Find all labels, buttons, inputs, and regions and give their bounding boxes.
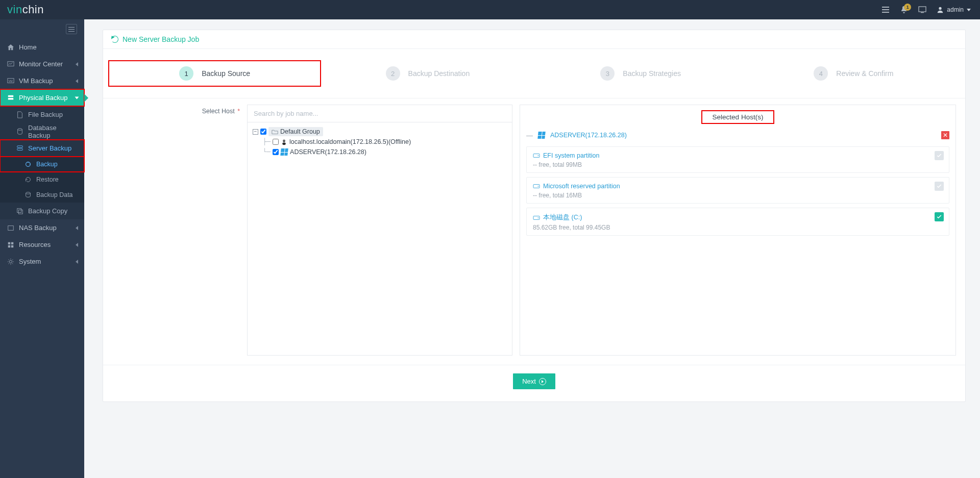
host-checkbox[interactable] (273, 149, 279, 155)
partition-checkbox[interactable] (935, 182, 944, 191)
chevron-icon (76, 226, 78, 230)
server-icon (7, 94, 14, 102)
user-menu[interactable]: admin (937, 6, 971, 13)
panel-header: New Server Backup Job (103, 30, 965, 49)
sidebar-item-backup-data[interactable]: Backup Data (0, 187, 84, 203)
sidebar-item-home[interactable]: Home (0, 39, 84, 56)
selected-hosts-title: Selected Host(s) (701, 110, 775, 124)
step-3[interactable]: 3 Backup Strategies (534, 60, 747, 87)
sidebar-label: Backup (36, 161, 78, 168)
step-1[interactable]: 1 Backup Source (108, 60, 321, 87)
screen-icon[interactable] (918, 6, 926, 14)
svg-rect-17 (18, 210, 22, 214)
sidebar-label: Resources (19, 241, 71, 248)
partition-checkbox[interactable] (935, 212, 944, 221)
windows-icon (280, 148, 288, 156)
svg-rect-1 (882, 9, 889, 10)
selected-host-name: ADSERVER(172.18.26.28) (550, 132, 936, 139)
svg-point-5 (939, 7, 942, 10)
vm-icon: VM (7, 78, 14, 85)
home-icon (7, 44, 14, 51)
sidebar-label: NAS Backup (19, 224, 71, 232)
host-tree: − Default Group ├─ localhost.localdoma (248, 122, 512, 162)
db-icon (16, 128, 23, 135)
svg-point-11 (18, 128, 22, 130)
step-num: 2 (386, 66, 400, 81)
partition-card[interactable]: Microsoft reserved partition -- free, to… (526, 177, 949, 204)
host-checkbox[interactable] (273, 139, 279, 145)
list-icon[interactable] (881, 6, 890, 14)
sidebar-item-resources[interactable]: Resources (0, 236, 84, 253)
collapse-indicator[interactable]: — (526, 132, 533, 139)
step-4[interactable]: 4 Review & Confirm (747, 60, 960, 87)
sidebar-label: File Backup (28, 111, 78, 118)
svg-rect-6 (8, 61, 14, 66)
svg-rect-3 (919, 7, 926, 12)
partition-checkbox[interactable] (935, 151, 944, 160)
search-input[interactable] (248, 105, 512, 122)
svg-text:VM: VM (9, 79, 13, 82)
next-button[interactable]: Next (513, 373, 555, 389)
partition-card[interactable]: 本地磁盘 (C:) 85.62GB free, total 99.45GB (526, 208, 949, 236)
sidebar-item-backup-copy[interactable]: Backup Copy (0, 203, 84, 219)
group-name: Default Group (280, 127, 320, 136)
svg-rect-0 (882, 7, 889, 8)
svg-rect-21 (8, 245, 10, 247)
partition-card[interactable]: EFI system partition -- free, total 99MB (526, 146, 949, 173)
sidebar-item-backup[interactable]: Backup (0, 157, 84, 172)
step-title: Review & Confirm (836, 69, 893, 78)
sidebar-label: Database Backup (28, 124, 78, 139)
tree-collapse-icon[interactable]: − (253, 129, 258, 135)
sidebar-item-nas-backup[interactable]: NAS Backup (0, 219, 84, 236)
step-2[interactable]: 2 Backup Destination (321, 60, 534, 87)
step-num: 1 (179, 66, 193, 81)
sidebar-toggle[interactable] (0, 19, 84, 39)
svg-point-15 (26, 192, 31, 194)
sidebar-label: Backup Copy (28, 207, 78, 215)
group-chip: Default Group (268, 127, 323, 136)
step-title: Backup Source (202, 69, 250, 78)
topbar: vinchin 1 admin (0, 0, 980, 19)
sidebar-item-vm-backup[interactable]: VM VM Backup (0, 72, 84, 89)
monitor-icon (7, 61, 14, 68)
tree-host-row[interactable]: ├─ localhost.localdomain(172.18.26.5)(Of… (253, 137, 507, 147)
svg-rect-22 (11, 245, 13, 247)
group-checkbox[interactable] (260, 129, 266, 135)
tree-host-row[interactable]: └─ ADSERVER(172.18.26.28) (253, 147, 507, 157)
physical-subnav: File Backup Database Backup Server Backu… (0, 106, 84, 219)
user-icon (937, 6, 944, 13)
sidebar-item-physical-backup[interactable]: Physical Backup (0, 89, 84, 106)
svg-rect-20 (11, 242, 13, 244)
brand-logo: vinchin (7, 3, 44, 16)
sidebar-item-database-backup[interactable]: Database Backup (0, 123, 84, 140)
chevron-icon (76, 62, 78, 66)
partition-detail: -- free, total 16MB (533, 192, 943, 199)
svg-rect-2 (882, 12, 889, 13)
partition-detail: -- free, total 99MB (533, 161, 943, 168)
sidebar-item-restore[interactable]: Restore (0, 172, 84, 187)
svg-point-31 (538, 186, 539, 187)
bell-icon[interactable]: 1 (900, 6, 908, 14)
remove-host-button[interactable]: ✕ (941, 131, 949, 139)
sidebar-item-system[interactable]: System (0, 253, 84, 270)
sidebar-label: Backup Data (36, 191, 78, 198)
brand-part1: vin (7, 3, 22, 16)
wizard-steps: 1 Backup Source 2 Backup Destination 3 B… (103, 49, 965, 98)
partition-name: Microsoft reserved partition (543, 183, 620, 190)
sidebar-item-server-backup[interactable]: Server Backup (0, 140, 84, 157)
sidebar-label: Home (19, 43, 78, 51)
sidebar-item-file-backup[interactable]: File Backup (0, 106, 84, 123)
sidebar-item-monitor[interactable]: Monitor Center (0, 56, 84, 72)
svg-point-27 (284, 140, 285, 141)
refresh-icon[interactable] (111, 36, 118, 43)
sidebar-label: VM Backup (19, 77, 71, 85)
data-icon (24, 191, 32, 198)
cycle-icon (24, 161, 32, 168)
partition-detail: 85.62GB free, total 99.45GB (533, 224, 943, 231)
tree-connector: └─ (263, 147, 271, 157)
chevron-down-icon (75, 96, 79, 99)
panel: New Server Backup Job 1 Backup Source 2 … (103, 30, 966, 402)
partition-name: 本地磁盘 (C:) (543, 213, 582, 222)
tree-group-row[interactable]: − Default Group (253, 127, 507, 137)
partition-name: EFI system partition (543, 152, 599, 159)
